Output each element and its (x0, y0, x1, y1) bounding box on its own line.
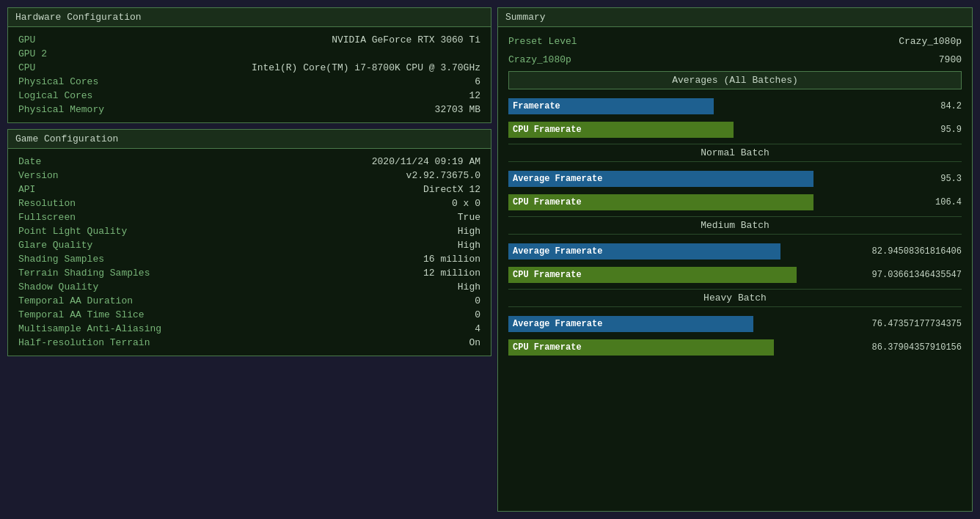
medium-avg-framerate-label: Average Framerate (513, 246, 602, 257)
game-content: Date 2020/11/24 09:19 AM Version v2.92.7… (8, 149, 491, 356)
physical-cores-value: 6 (475, 76, 480, 87)
normal-cpu-framerate-value: 106.4 (844, 197, 962, 207)
heavy-cpu-framerate-value: 86.37904357910156 (844, 342, 962, 353)
game-section: Game Configuration Date 2020/11/24 09:19… (7, 129, 491, 356)
game-resolution-value: 0 x 0 (452, 198, 480, 209)
normal-avg-framerate-row: Average Framerate 95.3 (508, 171, 962, 187)
avg-cpu-framerate-row: CPU Framerate 95.9 (508, 122, 962, 138)
physical-cores-label: Physical Cores (18, 76, 98, 87)
game-row-shading: Shading Samples 16 million (18, 252, 480, 266)
avg-framerate-bar-container: Framerate (508, 98, 840, 114)
summary-header: Summary (498, 8, 972, 27)
summary-content: Preset Level Crazy_1080p Crazy_1080p 790… (498, 27, 972, 511)
game-glare-value: High (458, 240, 480, 251)
game-temporal-aa-duration-value: 0 (475, 295, 480, 306)
left-panel: Hardware Configuration GPU NVIDIA GeForc… (7, 7, 491, 512)
game-api-value: DirectX 12 (423, 184, 480, 195)
game-half-res-value: On (469, 337, 480, 348)
medium-avg-framerate-value: 82.94508361816406 (844, 246, 962, 257)
hardware-row-cpu: CPU Intel(R) Core(TM) i7-8700K CPU @ 3.7… (18, 61, 480, 75)
game-row-msaa: Multisample Anti-Aliasing 4 (18, 322, 480, 336)
normal-cpu-framerate-bar-container: CPU Framerate (508, 194, 840, 210)
heavy-cpu-framerate-row: CPU Framerate 86.37904357910156 (508, 339, 962, 356)
game-date-value: 2020/11/24 09:19 AM (372, 156, 480, 167)
game-row-temporal-aa-duration: Temporal AA Duration 0 (18, 294, 480, 308)
hardware-row-memory: Physical Memory 32703 MB (18, 103, 480, 117)
heavy-avg-framerate-bar-container: Average Framerate (508, 316, 840, 332)
heavy-avg-framerate-row: Average Framerate 76.47357177734375 (508, 316, 962, 332)
preset-score-value: 7900 (939, 54, 962, 65)
normal-avg-framerate-label: Average Framerate (513, 174, 602, 184)
game-row-resolution: Resolution 0 x 0 (18, 196, 480, 210)
hardware-row-logical-cores: Logical Cores 12 (18, 89, 480, 103)
medium-cpu-framerate-bar-container: CPU Framerate (508, 267, 840, 283)
game-row-date: Date 2020/11/24 09:19 AM (18, 155, 480, 169)
avg-framerate-label: Framerate (513, 101, 560, 111)
preset-name-label: Crazy_1080p (508, 54, 571, 65)
heavy-cpu-framerate-bar-container: CPU Framerate (508, 339, 840, 356)
normal-cpu-framerate-row: CPU Framerate 106.4 (508, 194, 962, 210)
gpu2-label: GPU 2 (18, 48, 47, 59)
avg-framerate-row: Framerate 84.2 (508, 98, 962, 114)
avg-cpu-framerate-value: 95.9 (844, 125, 962, 135)
medium-avg-framerate-row: Average Framerate 82.94508361816406 (508, 243, 962, 260)
normal-cpu-framerate-label: CPU Framerate (513, 197, 582, 207)
game-row-terrain-shading: Terrain Shading Samples 12 million (18, 266, 480, 280)
game-row-fullscreen: Fullscreen True (18, 210, 480, 224)
medium-cpu-framerate-value: 97.03661346435547 (844, 270, 962, 280)
avg-cpu-framerate-bar-container: CPU Framerate (508, 122, 840, 138)
game-row-glare: Glare Quality High (18, 238, 480, 252)
hardware-row-physical-cores: Physical Cores 6 (18, 75, 480, 89)
normal-avg-framerate-bar-container: Average Framerate (508, 171, 840, 187)
game-row-temporal-aa-slice: Temporal AA Time Slice 0 (18, 308, 480, 322)
avg-framerate-value: 84.2 (844, 101, 962, 111)
cpu-value: Intel(R) Core(TM) i7-8700K CPU @ 3.70GHz (252, 62, 480, 73)
game-shading-value: 16 million (423, 254, 480, 265)
game-point-light-value: High (458, 226, 480, 237)
normal-batch-title: Normal Batch (508, 144, 962, 162)
game-row-shadow: Shadow Quality High (18, 280, 480, 294)
game-row-api: API DirectX 12 (18, 183, 480, 196)
hardware-content: GPU NVIDIA GeForce RTX 3060 Ti GPU 2 CPU… (8, 27, 491, 122)
summary-title: Summary (505, 12, 546, 23)
game-header: Game Configuration (8, 130, 491, 149)
logical-cores-label: Logical Cores (18, 90, 92, 101)
game-msaa-value: 4 (475, 323, 480, 334)
game-fullscreen-value: True (458, 212, 480, 223)
hardware-row-gpu2: GPU 2 (18, 47, 480, 61)
heavy-cpu-framerate-label: CPU Framerate (513, 342, 582, 353)
right-panel: Summary Preset Level Crazy_1080p Crazy_1… (497, 7, 973, 512)
game-title: Game Configuration (15, 133, 118, 144)
memory-label: Physical Memory (18, 104, 104, 115)
game-terrain-shading-value: 12 million (423, 268, 480, 279)
game-row-point-light: Point Light Quality High (18, 224, 480, 238)
hardware-row-gpu: GPU NVIDIA GeForce RTX 3060 Ti (18, 33, 480, 47)
memory-value: 32703 MB (435, 104, 480, 115)
logical-cores-value: 12 (469, 90, 480, 101)
hardware-title: Hardware Configuration (15, 12, 142, 23)
normal-avg-framerate-value: 95.3 (844, 174, 962, 184)
medium-cpu-framerate-row: CPU Framerate 97.03661346435547 (508, 267, 962, 283)
medium-cpu-framerate-label: CPU Framerate (513, 270, 582, 280)
medium-batch-title: Medium Batch (508, 216, 962, 235)
game-row-version: Version v2.92.73675.0 (18, 169, 480, 183)
preset-level-value: Crazy_1080p (899, 36, 962, 47)
heavy-avg-framerate-value: 76.47357177734375 (844, 319, 962, 329)
game-shadow-value: High (458, 281, 480, 292)
heavy-avg-framerate-label: Average Framerate (513, 319, 602, 329)
hardware-header: Hardware Configuration (8, 8, 491, 27)
medium-avg-framerate-bar-container: Average Framerate (508, 243, 840, 260)
cpu-label: CPU (18, 62, 35, 73)
preset-level-row: Preset Level Crazy_1080p (508, 34, 962, 48)
summary-box: Summary Preset Level Crazy_1080p Crazy_1… (497, 7, 973, 512)
avg-cpu-framerate-label: CPU Framerate (513, 125, 582, 135)
heavy-batch-title: Heavy Batch (508, 289, 962, 307)
gpu-label: GPU (18, 34, 35, 45)
averages-all-title: Averages (All Batches) (508, 71, 962, 89)
gpu-value: NVIDIA GeForce RTX 3060 Ti (332, 34, 480, 45)
preset-level-label: Preset Level (508, 36, 577, 47)
hardware-section: Hardware Configuration GPU NVIDIA GeForc… (7, 7, 491, 123)
game-row-half-res: Half-resolution Terrain On (18, 336, 480, 350)
preset-score-row: Crazy_1080p 7900 (508, 53, 962, 67)
game-version-value: v2.92.73675.0 (406, 170, 480, 181)
